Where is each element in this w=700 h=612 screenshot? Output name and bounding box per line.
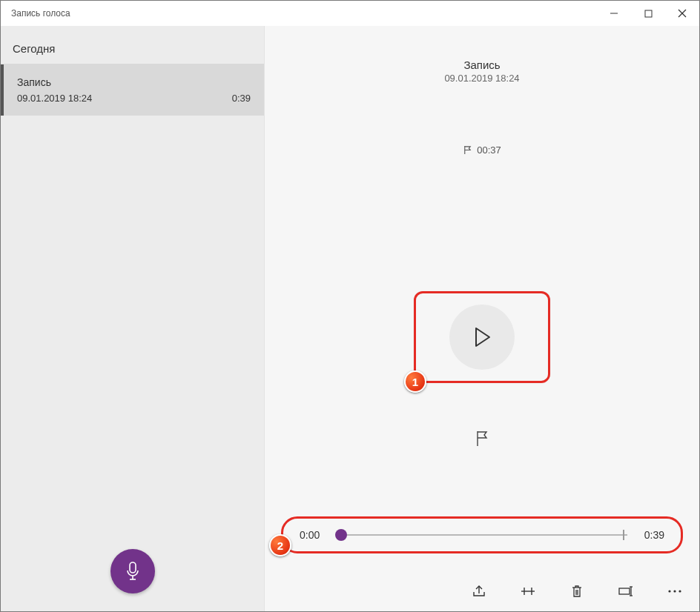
svg-marker-8 [476,328,489,346]
svg-rect-1 [645,10,652,17]
close-icon [678,9,687,18]
trash-icon [571,584,583,599]
maximize-icon [644,10,653,18]
svg-rect-4 [130,562,136,573]
microphone-icon [125,561,141,582]
app-body: Сегодня Запись 09.01.2019 18:24 0:39 [1,26,699,611]
slider-end-tick [623,530,624,540]
flag-icon [463,145,472,155]
flag-icon [475,430,489,447]
section-header-today: Сегодня [1,26,264,64]
recording-duration: 0:39 [232,93,251,104]
callout-marker-2: 2 [269,534,291,556]
titlebar: Запись голоса [1,1,699,26]
window-controls [597,1,699,26]
maximize-button[interactable] [631,1,665,26]
marker-row[interactable]: 00:37 [265,144,699,156]
trim-button[interactable] [520,583,536,599]
close-button[interactable] [665,1,699,26]
play-button[interactable] [449,305,515,370]
slider-thumb[interactable] [335,529,347,541]
delete-button[interactable] [569,583,585,599]
recording-list-item[interactable]: Запись 09.01.2019 18:24 0:39 [1,64,264,116]
minimize-button[interactable] [597,1,631,26]
play-icon [472,326,492,348]
more-icon [667,589,682,593]
minimize-icon [610,9,618,18]
play-area: 1 [414,291,550,447]
detail-pane: Запись 09.01.2019 18:24 00:37 1 [265,26,699,611]
rename-icon [618,585,634,597]
svg-point-20 [673,590,676,592]
add-marker-button[interactable] [475,430,489,447]
bottom-toolbar [471,583,683,599]
svg-point-19 [668,590,670,592]
recordings-sidebar: Сегодня Запись 09.01.2019 18:24 0:39 [1,26,265,611]
more-button[interactable] [667,583,683,599]
detail-datetime: 09.01.2019 18:24 [265,73,699,84]
svg-rect-15 [619,588,630,594]
annotation-highlight-play: 1 [414,291,550,383]
app-window: Запись голоса Сегодня Запись 09.01.2019 … [0,0,700,612]
playback-current-time: 0:00 [300,529,325,541]
app-title: Запись голоса [1,8,70,19]
record-button[interactable] [110,549,155,593]
marker-time: 00:37 [477,144,501,156]
slider-track [337,534,627,536]
recording-name: Запись [17,76,251,88]
detail-header: Запись 09.01.2019 18:24 [265,26,699,84]
playback-slider[interactable] [337,526,627,544]
recording-datetime: 09.01.2019 18:24 [17,93,92,104]
annotation-highlight-timeline: 0:00 0:39 [281,516,683,553]
share-button[interactable] [471,583,487,599]
playback-total-time: 0:39 [639,529,664,541]
detail-title: Запись [265,59,699,71]
timeline-area: 0:00 0:39 2 [281,516,683,553]
rename-button[interactable] [618,583,634,599]
share-icon [472,585,486,598]
trim-icon [520,585,536,597]
callout-marker-1: 1 [404,370,426,393]
svg-point-21 [678,590,681,592]
